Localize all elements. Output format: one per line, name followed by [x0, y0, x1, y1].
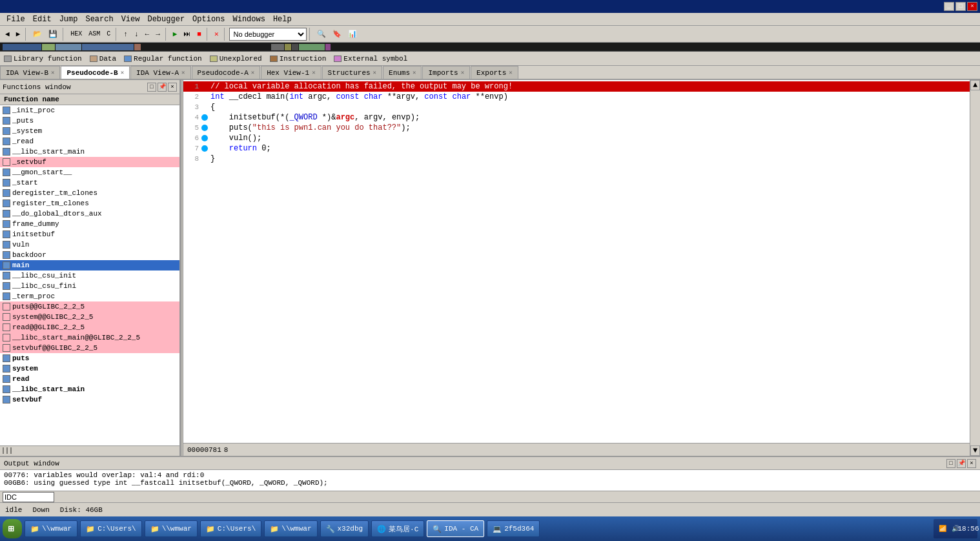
fn-item-1[interactable]: _puts	[0, 116, 179, 126]
tab-pseudocode-a-close[interactable]: ✕	[251, 69, 254, 76]
scroll-track[interactable]	[970, 90, 980, 445]
fn-item-2[interactable]: _system	[0, 126, 179, 136]
fn-item-4[interactable]: __libc_start_main	[0, 147, 179, 157]
fn-item-6[interactable]: __gmon_start__	[0, 167, 179, 178]
menu-windows[interactable]: Windows	[229, 14, 269, 25]
taskbar-item-5[interactable]: 📁 \\wmwar	[264, 520, 317, 537]
menu-options[interactable]: Options	[189, 14, 229, 25]
debugger-select[interactable]: No debugger	[229, 28, 307, 41]
tb-graph-btn[interactable]: 📊	[345, 27, 360, 41]
fn-item-24[interactable]: puts	[0, 353, 179, 363]
tab-ida-view-b-close[interactable]: ✕	[51, 69, 54, 76]
fn-item-21[interactable]: read@@GLIBC_2_2_5	[0, 322, 179, 332]
tab-hex-view-1-close[interactable]: ✕	[312, 69, 315, 76]
tb-stop-btn[interactable]: ■	[194, 27, 204, 41]
fn-item-19[interactable]: puts@@GLIBC_2_2_5	[0, 301, 179, 312]
fn-scroll-area[interactable]: |||	[0, 445, 179, 456]
maximize-button[interactable]: □	[955, 2, 966, 11]
minimize-button[interactable]: _	[944, 2, 954, 11]
tb-save-btn[interactable]: 💾	[46, 27, 60, 41]
fn-item-12[interactable]: initsetbuf	[0, 229, 179, 240]
tb-c-btn[interactable]: C	[104, 27, 113, 41]
tab-structures[interactable]: Structures ✕	[322, 66, 382, 79]
tab-enums-close[interactable]: ✕	[413, 69, 416, 76]
fn-float-btn[interactable]: □	[147, 83, 156, 92]
tb-asm-btn[interactable]: ASM	[86, 27, 103, 41]
fn-item-28[interactable]: setvbuf	[0, 394, 179, 405]
fn-item-23[interactable]: setvbuf@@GLIBC_2_2_5	[0, 343, 179, 353]
taskbar-item-x32dbg[interactable]: 🔧 x32dbg	[320, 520, 369, 537]
taskbar-item-3[interactable]: 📁 \\wmwar	[145, 520, 198, 537]
tab-ida-view-a[interactable]: IDA View-A ✕	[130, 66, 190, 79]
tb-bookmark-btn[interactable]: 🔖	[330, 27, 344, 41]
fn-item-0[interactable]: _init_proc	[0, 105, 179, 116]
fn-item-8[interactable]: deregister_tm_clones	[0, 188, 179, 198]
tb-x-btn[interactable]: ✕	[212, 27, 221, 41]
fn-item-20[interactable]: system@@GLIBC_2_2_5	[0, 312, 179, 322]
fn-item-5[interactable]: _setvbuf	[0, 157, 179, 167]
tb-hex-btn[interactable]: HEX	[68, 27, 85, 41]
functions-list[interactable]: _init_proc_puts_system_read__libc_start_…	[0, 105, 179, 445]
tab-exports-close[interactable]: ✕	[509, 69, 512, 76]
output-input-field[interactable]	[3, 492, 54, 502]
tab-hex-view-1[interactable]: Hex View-1 ✕	[261, 66, 321, 79]
tab-ida-view-a-close[interactable]: ✕	[181, 69, 185, 76]
fn-item-15[interactable]: main	[0, 260, 179, 270]
start-button[interactable]: ⊞	[3, 519, 22, 538]
tab-pseudocode-a[interactable]: Pseudocode-A ✕	[192, 66, 261, 79]
fn-item-26[interactable]: read	[0, 374, 179, 384]
code-content[interactable]: 1// local variable allocation has failed…	[183, 80, 970, 443]
output-close-btn[interactable]: ×	[967, 459, 976, 468]
tb-arrow-dn[interactable]: ↓	[132, 27, 141, 41]
tb-arrow-lt[interactable]: ←	[143, 27, 152, 41]
close-button[interactable]: ×	[967, 2, 977, 11]
fn-item-22[interactable]: __libc_start_main@@GLIBC_2_2_5	[0, 332, 179, 343]
taskbar-item-1[interactable]: 📁 \\wmwar	[25, 520, 77, 537]
menu-search[interactable]: Search	[81, 14, 117, 25]
menu-view[interactable]: View	[117, 14, 144, 25]
right-scrollbar[interactable]: ▲ ▼	[970, 80, 980, 456]
tab-pseudocode-b-close[interactable]: ✕	[121, 69, 124, 76]
tab-structures-close[interactable]: ✕	[373, 69, 376, 76]
taskbar-item-2[interactable]: 📁 C:\Users\	[80, 520, 141, 537]
fn-close-btn[interactable]: ×	[168, 83, 177, 92]
fn-item-18[interactable]: _term_proc	[0, 291, 179, 301]
tb-fwd-btn[interactable]: ▶	[14, 27, 23, 41]
tab-imports-close[interactable]: ✕	[461, 69, 464, 76]
fn-item-13[interactable]: vuln	[0, 240, 179, 250]
tb-arrow-rt[interactable]: →	[153, 27, 163, 41]
taskbar-item-rookie[interactable]: 🌐 菜鸟居·C	[371, 520, 424, 537]
fn-item-27[interactable]: __libc_start_main	[0, 384, 179, 394]
tab-pseudocode-b[interactable]: Pseudocode-B ✕	[61, 66, 130, 79]
output-float-btn[interactable]: □	[946, 459, 955, 468]
tb-open-btn[interactable]: 📂	[30, 27, 45, 41]
taskbar-item-2f5d[interactable]: 💻 2f5d364	[487, 520, 540, 537]
fn-pin-btn[interactable]: 📌	[158, 83, 167, 92]
fn-item-3[interactable]: _read	[0, 136, 179, 147]
tb-step-btn[interactable]: ⏭	[181, 27, 193, 41]
menu-debugger[interactable]: Debugger	[143, 14, 189, 25]
fn-item-7[interactable]: _start	[0, 178, 179, 188]
fn-item-25[interactable]: system	[0, 363, 179, 374]
menu-help[interactable]: Help	[269, 14, 296, 25]
output-pin-btn[interactable]: 📌	[957, 459, 966, 468]
menu-jump[interactable]: Jump	[56, 14, 82, 25]
fn-item-14[interactable]: backdoor	[0, 250, 179, 260]
taskbar-item-ida[interactable]: 🔍 IDA - CA	[427, 520, 484, 537]
taskbar-item-4[interactable]: 📁 C:\Users\	[200, 520, 261, 537]
fn-item-17[interactable]: __libc_csu_fini	[0, 281, 179, 291]
menu-file[interactable]: File	[3, 14, 29, 25]
tb-search-btn[interactable]: 🔍	[314, 27, 329, 41]
fn-item-16[interactable]: __libc_csu_init	[0, 270, 179, 281]
tab-ida-view-b[interactable]: IDA View-B ✕	[0, 66, 60, 79]
fn-item-10[interactable]: __do_global_dtors_aux	[0, 209, 179, 219]
fn-item-9[interactable]: register_tm_clones	[0, 198, 179, 209]
tb-arrow-up[interactable]: ↑	[121, 27, 130, 41]
tb-back-btn[interactable]: ◀	[3, 27, 12, 41]
scroll-down-btn[interactable]: ▼	[970, 445, 980, 456]
tab-exports[interactable]: Exports ✕	[471, 66, 518, 79]
scroll-up-btn[interactable]: ▲	[970, 80, 980, 90]
fn-item-11[interactable]: frame_dummy	[0, 219, 179, 229]
tab-enums[interactable]: Enums ✕	[383, 66, 422, 79]
menu-edit[interactable]: Edit	[29, 14, 56, 25]
